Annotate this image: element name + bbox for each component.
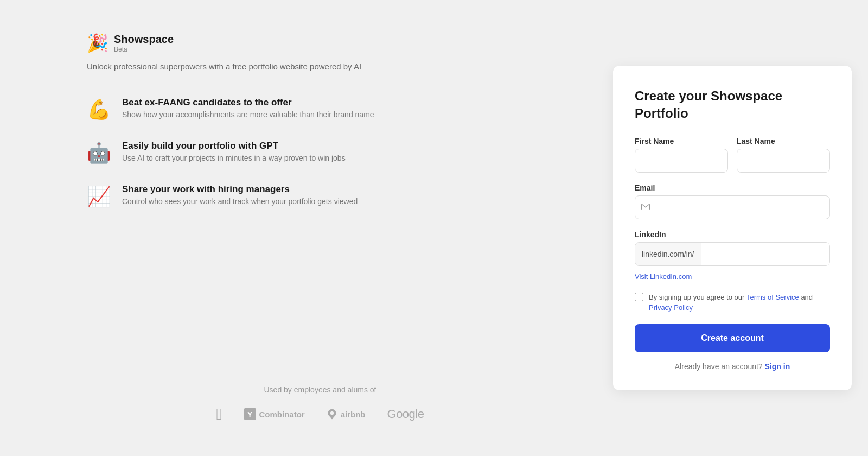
- privacy-policy-link[interactable]: Privacy Policy: [649, 303, 693, 312]
- used-by-label: Used by employees and alums of: [87, 385, 553, 394]
- airbnb-logo: airbnb: [327, 409, 366, 420]
- feature-icon-2: 📈: [87, 185, 111, 208]
- yc-label: Combinator: [259, 410, 305, 419]
- create-account-button[interactable]: Create account: [635, 324, 830, 352]
- visit-linkedin-link[interactable]: Visit LinkedIn.com: [635, 273, 692, 281]
- feature-desc-1: Use AI to craft your projects in minutes…: [122, 154, 346, 162]
- form-title: Create your Showspace Portfolio: [635, 87, 830, 121]
- feature-desc-2: Control who sees your work and track whe…: [122, 197, 358, 206]
- feature-item-0: 💪 Beat ex-FAANG candidates to the offer …: [87, 97, 553, 121]
- logo-icon: 🎉: [87, 33, 108, 53]
- feature-title-2: Share your work with hiring managers: [122, 184, 358, 195]
- company-logos:  Y Combinator airbnb Google: [87, 405, 553, 423]
- yc-box-icon: Y: [244, 408, 256, 420]
- logo-text-block: Showspace Beta: [114, 33, 174, 53]
- left-panel: 🎉 Showspace Beta Unlock professional sup…: [0, 0, 597, 456]
- airbnb-icon: [327, 409, 337, 420]
- linkedin-label: LinkedIn: [635, 230, 830, 239]
- name-row: First Name Last Name: [635, 137, 830, 173]
- feature-icon-1: 🤖: [87, 142, 111, 164]
- last-name-input[interactable]: [737, 149, 830, 173]
- right-panel: Create your Showspace Portfolio First Na…: [597, 0, 868, 456]
- tagline: Unlock professional superpowers with a f…: [87, 62, 553, 71]
- email-input-wrap: [635, 195, 830, 219]
- signin-row: Already have an account? Sign in: [635, 362, 830, 371]
- feature-title-1: Easily build your portfolio with GPT: [122, 141, 346, 151]
- beta-badge: Beta: [114, 46, 174, 53]
- social-proof: Used by employees and alums of  Y Combi…: [87, 385, 553, 423]
- feature-item-1: 🤖 Easily build your portfolio with GPT U…: [87, 141, 553, 164]
- apple-icon: : [216, 405, 222, 423]
- email-label: Email: [635, 183, 830, 192]
- feature-text-2: Share your work with hiring managers Con…: [122, 184, 358, 206]
- feature-text-0: Beat ex-FAANG candidates to the offer Sh…: [122, 97, 374, 119]
- linkedin-prefix: linkedin.com/in/: [635, 243, 701, 265]
- email-icon: [641, 202, 650, 212]
- airbnb-label: airbnb: [341, 410, 366, 419]
- google-logo: Google: [387, 407, 424, 421]
- yc-logo: Y Combinator: [244, 408, 305, 420]
- first-name-input[interactable]: [635, 149, 728, 173]
- terms-checkbox[interactable]: [635, 293, 643, 301]
- logo-row: 🎉 Showspace Beta: [87, 33, 553, 53]
- already-account-text: Already have an account?: [675, 362, 763, 371]
- sign-in-link[interactable]: Sign in: [765, 362, 790, 371]
- terms-text: By signing up you agree to our Terms of …: [649, 292, 830, 313]
- terms-before: By signing up you agree to our: [649, 293, 746, 301]
- linkedin-field: LinkedIn linkedin.com/in/: [635, 230, 830, 266]
- apple-logo: : [216, 405, 222, 423]
- first-name-label: First Name: [635, 137, 728, 145]
- feature-text-1: Easily build your portfolio with GPT Use…: [122, 141, 346, 162]
- terms-of-service-link[interactable]: Terms of Service: [746, 293, 799, 301]
- feature-icon-0: 💪: [87, 98, 111, 121]
- terms-and: and: [799, 293, 813, 301]
- linkedin-row: linkedin.com/in/: [635, 242, 830, 266]
- form-card: Create your Showspace Portfolio First Na…: [613, 66, 852, 390]
- terms-row: By signing up you agree to our Terms of …: [635, 292, 830, 313]
- features-list: 💪 Beat ex-FAANG candidates to the offer …: [87, 97, 553, 208]
- first-name-field: First Name: [635, 137, 728, 173]
- page-wrapper: 🎉 Showspace Beta Unlock professional sup…: [0, 0, 868, 456]
- feature-title-0: Beat ex-FAANG candidates to the offer: [122, 97, 374, 108]
- feature-item-2: 📈 Share your work with hiring managers C…: [87, 184, 553, 208]
- brand-name: Showspace: [114, 33, 174, 46]
- feature-desc-0: Show how your accomplishments are more v…: [122, 110, 374, 119]
- linkedin-input[interactable]: [701, 243, 830, 265]
- last-name-label: Last Name: [737, 137, 830, 145]
- email-input[interactable]: [635, 195, 830, 219]
- email-field: Email: [635, 183, 830, 219]
- last-name-field: Last Name: [737, 137, 830, 173]
